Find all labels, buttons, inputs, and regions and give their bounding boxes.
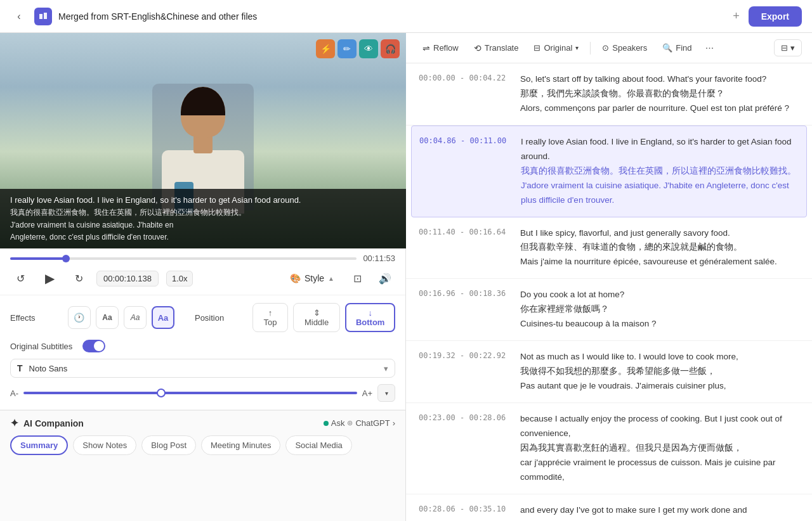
size-plus-label: A+ (362, 389, 372, 398)
edit-icon[interactable]: ✏ (337, 39, 357, 58)
export-button[interactable]: Export (749, 6, 802, 27)
left-panel: ⚡ ✏ 👁 🎧 I really love Asian food. I live… (0, 33, 406, 521)
transcript-entry[interactable]: 00:23.00 - 00:28.06 because I actually e… (406, 403, 812, 494)
current-timecode: 00:00:10.138 (96, 271, 159, 286)
ai-title-text: AI Companion (23, 418, 84, 428)
timestamp: 00:00.00 - 00:04.22 (419, 72, 508, 116)
back-button[interactable]: ‹ (10, 8, 28, 25)
tab-show-notes[interactable]: Show Notes (73, 435, 136, 455)
transcript-text: Do you cook a lot at home? 你在家裡經常做飯嗎？ Cu… (520, 288, 657, 331)
timestamp: 00:23.00 - 00:28.06 (419, 412, 508, 485)
speakers-button[interactable]: ⊙ Speakers (596, 39, 653, 56)
reflow-label: Reflow (433, 43, 459, 53)
style-emoji: 🎨 (290, 273, 301, 283)
forward-button[interactable]: ↻ (69, 268, 89, 288)
toggle-knob (94, 341, 104, 351)
effects-label: Effects (10, 313, 68, 323)
subtitle-settings: Effects 🕐 Aa Aa Aa Position ↑ Top ⇕ Midd… (0, 295, 405, 410)
effects-icons: 🕐 Aa Aa Aa (68, 306, 174, 329)
find-icon: 🔍 (662, 43, 672, 53)
style-button[interactable]: 🎨 Style ▲ (285, 271, 339, 286)
original-icon: ⊟ (534, 43, 540, 53)
position-middle[interactable]: ⇕ Middle (293, 303, 340, 332)
translate-icon: ⟲ (474, 43, 481, 53)
tab-meeting-minutes[interactable]: Meeting Minutes (201, 435, 280, 455)
volume-button[interactable]: 🔊 (375, 268, 395, 288)
size-color-picker[interactable]: ▾ (377, 384, 395, 402)
progress-thumb (62, 255, 70, 262)
eye-icon[interactable]: 👁 (359, 39, 378, 58)
topbar: ‹ Merged from SRT-English&Chinese and ot… (0, 0, 812, 33)
transcript-text: Not as much as I would like to. I would … (520, 350, 738, 394)
font-selector[interactable]: T Noto Sans ▾ (10, 359, 395, 378)
transcript-entry[interactable]: 00:00.00 - 00:04.22 So, let's start off … (406, 63, 812, 125)
ai-icon: ✦ (10, 417, 18, 429)
translate-button[interactable]: ⟲ Translate (468, 39, 525, 57)
ask-chatgpt-button[interactable]: Ask ⊛ ChatGPT › (324, 418, 395, 428)
play-button[interactable]: ▶ (38, 267, 61, 290)
subtitle-style-icon[interactable]: ⚡ (316, 39, 335, 58)
total-time: 00:11:53 (363, 254, 395, 263)
style-label: Style (304, 273, 324, 283)
transcript-text: So, let's start off by talking about foo… (520, 72, 789, 116)
transcript-entry[interactable]: 00:28.06 - 00:35.10 and every day I've g… (406, 494, 812, 521)
reflow-button[interactable]: ⇌ Reflow (416, 39, 465, 57)
tab-summary[interactable]: Summary (10, 435, 68, 455)
ask-label: Ask (331, 418, 345, 428)
timestamp: 00:28.06 - 00:35.10 (419, 503, 508, 518)
position-label: Position (195, 313, 252, 323)
headphone-icon[interactable]: 🎧 (381, 39, 400, 58)
original-button[interactable]: ⊟ Original ▾ (527, 39, 585, 56)
transcript-toolbar: ⇌ Reflow ⟲ Translate ⊟ Original ▾ ⊙ Spea… (406, 33, 812, 63)
transcript-entry-active[interactable]: 00:04.86 - 00:11.00 I really love Asian … (411, 125, 807, 217)
size-slider[interactable] (23, 392, 357, 394)
transcript-entry[interactable]: 00:11.40 - 00:16.64 But I like spicy, fl… (406, 217, 812, 280)
transcript-entry[interactable]: 00:19.32 - 00:22.92 Not as much as I wou… (406, 341, 812, 403)
transcript-list: 00:00.00 - 00:04.22 So, let's start off … (406, 63, 812, 521)
font-size-row: A- A+ ▾ (10, 384, 395, 402)
ai-companion-tabs: Summary Show Notes Blog Post Meeting Min… (10, 435, 395, 455)
ai-companion: ✦ AI Companion Ask ⊛ ChatGPT › Summary S… (0, 410, 405, 521)
reflow-icon: ⇌ (422, 43, 430, 53)
position-bottom[interactable]: ↓ Bottom (345, 303, 395, 332)
view-mode-button[interactable]: ⊟ ▾ (774, 39, 802, 56)
main-layout: ⚡ ✏ 👁 🎧 I really love Asian food. I live… (0, 33, 812, 521)
tab-social-media[interactable]: Social Media (285, 435, 351, 455)
subtitle-fr: J'adore vraiment la cuisine asiatique. J… (10, 219, 396, 243)
subtitle-overlay: I really love Asian food. I live in Engl… (0, 189, 406, 248)
chatgpt-dot (324, 421, 329, 426)
transcript-text: But I like spicy, flavorful, and just ge… (520, 226, 777, 270)
orig-subtitles-toggle[interactable] (82, 340, 105, 352)
playback-controls: 00:11:53 ↺ ▶ ↻ 00:00:10.138 1.0x 🎨 Style… (0, 248, 405, 295)
position-top[interactable]: ↑ Top (252, 303, 288, 332)
speed-selector[interactable]: 1.0x (166, 271, 193, 286)
clock-effect[interactable]: 🕐 (68, 306, 91, 329)
original-caret: ▾ (575, 44, 579, 51)
chatgpt-arrow: › (393, 418, 395, 428)
add-tab-button[interactable]: + (730, 10, 742, 23)
timestamp: 00:19.32 - 00:22.92 (419, 350, 508, 394)
original-label: Original (544, 43, 572, 53)
progress-bar[interactable] (10, 257, 357, 260)
progress-fill (10, 257, 65, 260)
font-size-effect[interactable]: Aa (96, 306, 119, 329)
timestamp-active: 00:04.86 - 00:11.00 (419, 135, 508, 208)
document-title: Merged from SRT-English&Chinese and othe… (58, 11, 724, 22)
orig-subtitles-row: Original Subtitles (10, 340, 395, 352)
video-overlay-icons: ⚡ ✏ 👁 🎧 (316, 39, 400, 58)
font-box-effect[interactable]: Aa (152, 306, 174, 329)
position-buttons: ↑ Top ⇕ Middle ↓ Bottom (252, 303, 395, 332)
font-name: Noto Sans (29, 364, 68, 373)
translate-label: Translate (485, 43, 519, 53)
progress-row: 00:11:53 (10, 254, 395, 263)
font-style-effect[interactable]: Aa (124, 306, 147, 329)
ai-companion-header: ✦ AI Companion Ask ⊛ ChatGPT › (10, 417, 395, 429)
find-button[interactable]: 🔍 Find (656, 39, 698, 56)
transcript-entry[interactable]: 00:16.96 - 00:18.36 Do you cook a lot at… (406, 279, 812, 341)
tab-blog-post[interactable]: Blog Post (141, 435, 196, 455)
more-options-button[interactable]: ··· (700, 39, 718, 57)
screen-button[interactable]: ⊡ (347, 268, 367, 288)
subtitle-zh: 我真的很喜歡亞洲食物。我住在英國，所以這裡的亞洲食物比較難找。 (10, 207, 396, 219)
video-player[interactable]: ⚡ ✏ 👁 🎧 I really love Asian food. I live… (0, 33, 406, 248)
rewind-button[interactable]: ↺ (10, 268, 30, 288)
